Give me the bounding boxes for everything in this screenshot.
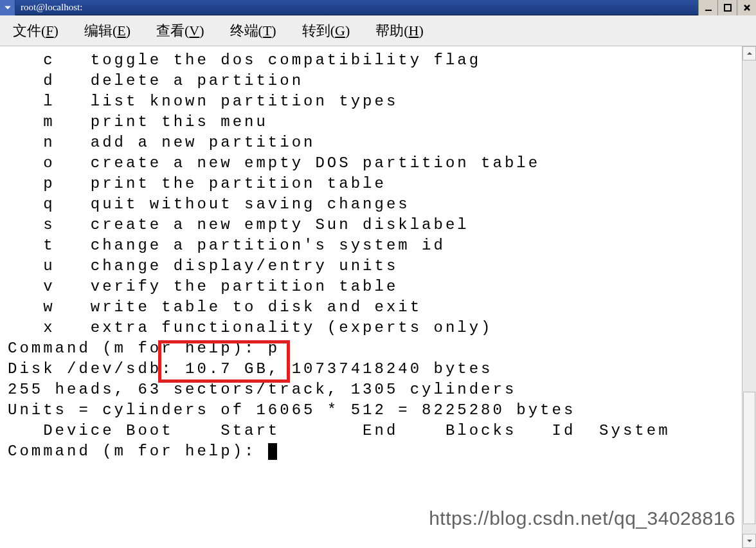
menu-help[interactable]: 帮助(H) (375, 21, 424, 41)
svg-rect-0 (705, 10, 712, 11)
menu-view[interactable]: 查看(V) (156, 21, 204, 41)
terminal-line: s create a new empty Sun disklabel (8, 215, 734, 235)
close-button[interactable] (737, 0, 756, 15)
terminal-line: v verify the partition table (8, 277, 734, 297)
menu-edit[interactable]: 编辑(E) (84, 21, 130, 41)
terminal-line: u change display/entry units (8, 256, 734, 277)
terminal-output[interactable]: c toggle the dos compatibility flag d de… (0, 46, 742, 548)
window-menu-dropdown[interactable] (0, 0, 15, 15)
terminal-line: n add a new partition (8, 132, 734, 153)
scroll-up-button[interactable] (742, 46, 756, 60)
terminal-line: q quit without saving changes (8, 194, 734, 215)
terminal-line: w write table to disk and exit (8, 297, 734, 318)
menu-file[interactable]: 文件(F) (13, 21, 59, 41)
menu-go[interactable]: 转到(G) (302, 21, 350, 41)
vertical-scrollbar[interactable] (742, 46, 756, 548)
terminal-prompt-line: Command (m for help): (8, 441, 734, 462)
scroll-down-button[interactable] (742, 534, 756, 548)
terminal-line: o create a new empty DOS partition table (8, 153, 734, 174)
terminal-line: c toggle the dos compatibility flag (8, 50, 734, 71)
scroll-track[interactable] (742, 60, 756, 534)
scroll-thumb[interactable] (743, 392, 755, 524)
terminal-line: d delete a partition (8, 71, 734, 91)
terminal-line: 255 heads, 63 sectors/track, 1305 cylind… (8, 379, 734, 400)
maximize-button[interactable] (717, 0, 737, 15)
terminal-line: x extra functionality (experts only) (8, 318, 734, 338)
menubar: 文件(F) 编辑(E) 查看(V) 终端(T) 转到(G) 帮助(H) (0, 15, 756, 46)
terminal-line: Device Boot Start End Blocks Id System (8, 421, 734, 441)
terminal-line: Units = cylinders of 16065 * 512 = 82252… (8, 400, 734, 421)
window-controls (698, 0, 756, 15)
terminal-line: Disk /dev/sdb: 10.7 GB, 10737418240 byte… (8, 359, 734, 379)
svg-rect-1 (724, 5, 731, 11)
window-title: root@localhost: (15, 2, 698, 13)
cursor (268, 443, 277, 460)
minimize-button[interactable] (698, 0, 717, 15)
terminal-line: l list known partition types (8, 91, 734, 112)
terminal-line: m print this menu (8, 112, 734, 132)
terminal-line: Command (m for help): p (8, 338, 734, 359)
terminal-line: p print the partition table (8, 174, 734, 194)
menu-terminal[interactable]: 终端(T) (230, 21, 276, 41)
window-titlebar: root@localhost: (0, 0, 756, 15)
watermark-text: https://blog.csdn.net/qq_34028816 (429, 508, 735, 529)
terminal-line: t change a partition's system id (8, 235, 734, 256)
